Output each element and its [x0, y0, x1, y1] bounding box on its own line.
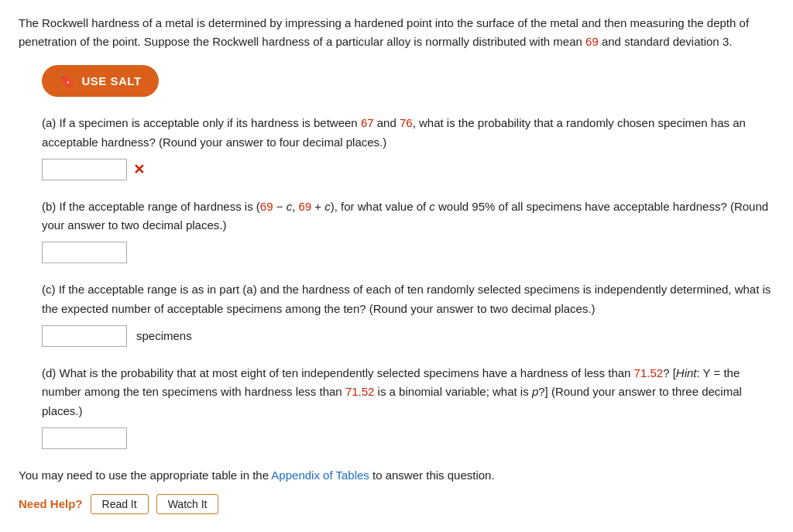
salt-button-label: USE SALT: [82, 74, 142, 88]
need-help-row: Need Help? Read It Watch It: [19, 494, 774, 514]
qd-input[interactable]: [42, 427, 127, 449]
questions-container: (a) If a specimen is acceptable only if …: [42, 114, 774, 449]
qd-val2: 71.52: [345, 385, 375, 398]
qa-text2: and: [374, 116, 400, 129]
qd-text1: (d) What is the probability that at most…: [42, 366, 634, 379]
qc-input[interactable]: [42, 325, 127, 347]
salt-icon: 🔖: [59, 73, 76, 89]
qa-error-icon: ✕: [133, 161, 145, 178]
qa-val2: 76: [400, 116, 413, 129]
qc-text1: (c) If the acceptable range is as in par…: [42, 283, 771, 315]
qb-input[interactable]: [42, 242, 127, 263]
qa-val1: 67: [361, 116, 374, 129]
question-c: (c) If the acceptable range is as in par…: [42, 280, 774, 347]
qa-input[interactable]: [42, 159, 127, 180]
question-b: (b) If the acceptable range of hardness …: [42, 197, 774, 264]
watch-it-button[interactable]: Watch It: [156, 494, 219, 514]
qb-text1: (b) If the acceptable range of hardness …: [42, 200, 260, 213]
question-a-text: (a) If a specimen is acceptable only if …: [42, 114, 774, 153]
question-d: (d) What is the probability that at most…: [42, 364, 774, 449]
need-help-label: Need Help?: [19, 497, 83, 510]
qa-answer-row: ✕: [42, 159, 774, 180]
qb-val2: 69: [298, 200, 311, 213]
question-c-text: (c) If the acceptable range is as in par…: [42, 280, 774, 319]
qc-unit-label: specimens: [136, 329, 192, 342]
footer-text2: to answer this question.: [369, 469, 495, 482]
question-a: (a) If a specimen is acceptable only if …: [42, 114, 774, 180]
mean-value: 69: [585, 35, 599, 48]
footer-text1: You may need to use the appropriate tabl…: [19, 469, 271, 482]
qb-answer-row: [42, 242, 774, 263]
question-b-text: (b) If the acceptable range of hardness …: [42, 197, 774, 236]
footer-note: You may need to use the appropriate tabl…: [19, 466, 774, 485]
qa-text1: (a) If a specimen is acceptable only if …: [42, 116, 361, 129]
qc-answer-row: specimens: [42, 325, 774, 347]
question-d-text: (d) What is the probability that at most…: [42, 364, 774, 421]
intro-text-after: and standard deviation 3.: [599, 35, 733, 48]
qb-val1: 69: [260, 200, 273, 213]
qb-text2: − c,: [273, 200, 299, 213]
intro-paragraph: The Rockwell hardness of a metal is dete…: [19, 14, 774, 51]
use-salt-button[interactable]: 🔖 USE SALT: [42, 65, 159, 97]
qd-val1: 71.52: [634, 366, 664, 379]
appendix-link[interactable]: Appendix of Tables: [271, 469, 369, 482]
read-it-button[interactable]: Read It: [91, 494, 149, 514]
qd-answer-row: [42, 427, 774, 449]
